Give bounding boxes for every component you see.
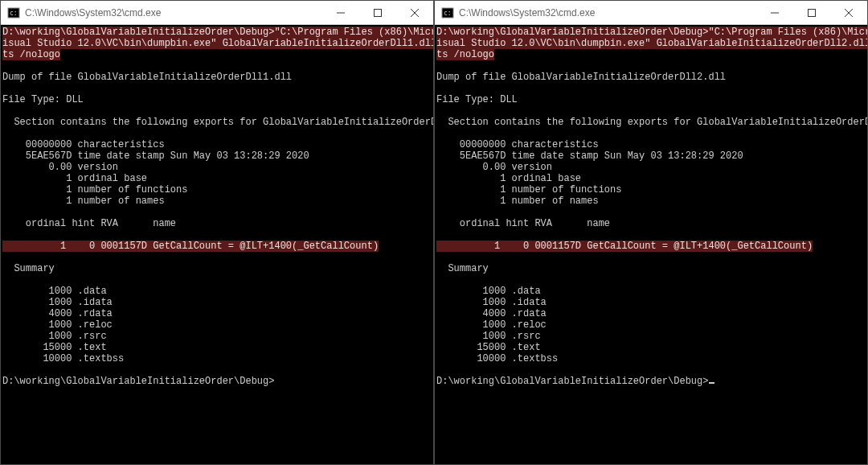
- terminal-output[interactable]: D:\working\GlobalVariableInitializeOrder…: [435, 25, 867, 464]
- window-controls: [756, 1, 867, 24]
- summary-block: 1000 .data 1000 .idata 4000 .rdata 1000 …: [436, 286, 558, 364]
- prompt: D:\working\GlobalVariableInitializeOrder…: [2, 376, 274, 387]
- window-title: C:\Windows\System32\cmd.exe: [459, 7, 756, 19]
- dump-of-line: Dump of file GlobalVariableInitializeOrd…: [2, 72, 292, 83]
- minimize-button[interactable]: [322, 1, 359, 24]
- ordinal-header: ordinal hint RVA name: [436, 218, 610, 229]
- blank: [2, 364, 8, 376]
- blank: [436, 60, 442, 72]
- window-controls: [322, 1, 433, 24]
- terminal-output[interactable]: D:\working\GlobalVariableInitializeOrder…: [1, 25, 433, 464]
- cmd-window-left: c: C:\Windows\System32\cmd.exe D:\workin…: [0, 0, 434, 465]
- summary-block: 1000 .data 1000 .idata 4000 .rdata 1000 …: [2, 286, 124, 364]
- export-entry: 1 0 0001157D GetCallCount = @ILT+1400(_G…: [2, 241, 379, 252]
- cmd-icon: c:: [441, 6, 454, 19]
- minimize-button[interactable]: [756, 1, 793, 24]
- summary-label: Summary: [2, 263, 55, 274]
- blank: [2, 274, 8, 286]
- blank: [2, 252, 8, 263]
- close-button[interactable]: [830, 1, 867, 24]
- cursor: [709, 382, 714, 384]
- blank: [436, 364, 442, 376]
- summary-label: Summary: [436, 263, 489, 274]
- blank: [436, 83, 442, 94]
- blank: [436, 274, 442, 286]
- blank: [436, 128, 442, 139]
- file-type-line: File Type: DLL: [2, 94, 84, 105]
- window-title: C:\Windows\System32\cmd.exe: [25, 7, 322, 19]
- titlebar[interactable]: c: C:\Windows\System32\cmd.exe: [435, 1, 867, 25]
- svg-rect-9: [809, 9, 816, 16]
- blank: [2, 207, 8, 218]
- section-line: Section contains the following exports f…: [2, 117, 433, 128]
- svg-text:c:: c:: [444, 10, 452, 17]
- dump-of-line: Dump of file GlobalVariableInitializeOrd…: [436, 72, 726, 83]
- blank: [436, 105, 442, 117]
- blank: [2, 105, 8, 117]
- blank: [2, 229, 8, 241]
- characteristics-block: 00000000 characteristics 5EAE567D time d…: [436, 139, 743, 207]
- blank: [2, 128, 8, 139]
- blank: [436, 252, 442, 263]
- blank: [436, 207, 442, 218]
- titlebar[interactable]: c: C:\Windows\System32\cmd.exe: [1, 1, 433, 25]
- blank: [2, 83, 8, 94]
- prompt: D:\working\GlobalVariableInitializeOrder…: [436, 376, 708, 387]
- section-line: Section contains the following exports f…: [436, 117, 867, 128]
- maximize-button[interactable]: [359, 1, 396, 24]
- svg-text:c:: c:: [10, 10, 18, 17]
- maximize-button[interactable]: [793, 1, 830, 24]
- command-line: D:\working\GlobalVariableInitializeOrder…: [436, 27, 867, 60]
- blank: [2, 60, 8, 72]
- svg-rect-3: [375, 9, 382, 16]
- cmd-icon: c:: [7, 6, 20, 19]
- export-entry: 1 0 0001157D GetCallCount = @ILT+1400(_G…: [436, 241, 813, 252]
- cmd-window-right: c: C:\Windows\System32\cmd.exe D:\workin…: [434, 0, 868, 465]
- ordinal-header: ordinal hint RVA name: [2, 218, 176, 229]
- file-type-line: File Type: DLL: [436, 94, 518, 105]
- characteristics-block: 00000000 characteristics 5EAE567D time d…: [2, 139, 309, 207]
- blank: [436, 229, 442, 241]
- command-line: D:\working\GlobalVariableInitializeOrder…: [2, 27, 433, 60]
- close-button[interactable]: [396, 1, 433, 24]
